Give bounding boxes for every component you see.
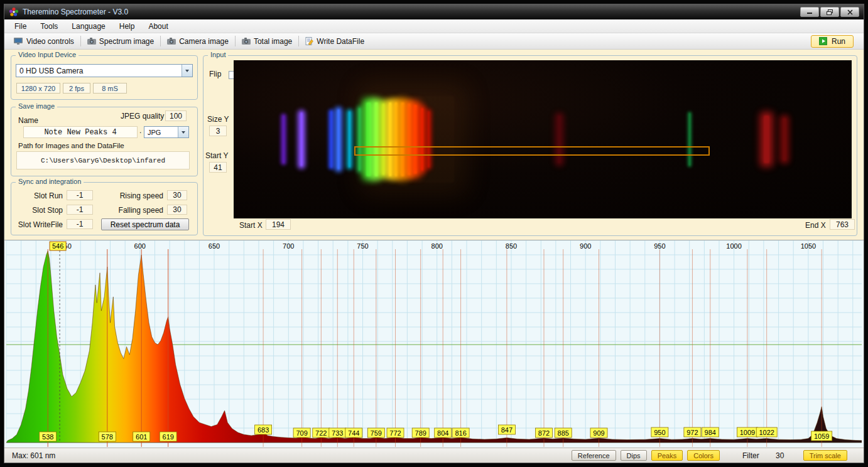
peak-label-text: 885 xyxy=(558,429,569,437)
peak-label-text: 1022 xyxy=(759,429,774,436)
run-button[interactable]: Run xyxy=(811,35,854,48)
chevron-down-icon[interactable] xyxy=(178,127,188,137)
chevron-down-icon[interactable] xyxy=(182,65,192,77)
spectral-band xyxy=(401,102,404,176)
save-image-group-label: Save image xyxy=(16,102,57,110)
spectral-band xyxy=(359,108,361,171)
sync-group-label: Sync and integration xyxy=(16,178,84,185)
dips-button[interactable]: Dips xyxy=(621,450,647,461)
colors-button[interactable]: Colors xyxy=(687,450,720,461)
image-name-field[interactable]: Note New Peaks 4 xyxy=(23,126,138,138)
slot-run-label: Slot Run xyxy=(14,191,63,200)
peak-label-text: 950 xyxy=(654,429,665,436)
peak-label-text: 1009 xyxy=(740,429,755,436)
end-x-field[interactable]: 763 xyxy=(830,219,855,230)
trim-scale-button[interactable]: Trim scale xyxy=(803,450,847,461)
camera-image-label: Camera image xyxy=(179,37,229,46)
total-image-label: Total image xyxy=(254,37,292,46)
slot-writefile-field[interactable]: -1 xyxy=(67,219,93,229)
statusbar-controls: Reference Dips Peaks Colors Filter 30 Tr… xyxy=(567,450,856,461)
format-select[interactable]: JPG xyxy=(144,126,189,138)
format-value: JPG xyxy=(144,127,178,137)
total-image-button[interactable]: Total image xyxy=(237,35,296,48)
menu-help[interactable]: Help xyxy=(112,20,142,33)
path-field[interactable]: C:\Users\GaryG\Desktop\infared xyxy=(16,151,190,169)
slot-run-field[interactable]: -1 xyxy=(67,190,93,200)
peak-label-text: 538 xyxy=(42,433,53,441)
spectral-band xyxy=(421,108,423,171)
menu-about[interactable]: About xyxy=(141,20,175,33)
dot-separator: . xyxy=(139,126,141,135)
slot-writefile-label: Slot WriteFile xyxy=(14,220,63,229)
reference-button[interactable]: Reference xyxy=(572,450,616,461)
peak-label-text: 772 xyxy=(389,429,401,437)
close-button[interactable] xyxy=(840,7,859,17)
spectrum-chart[interactable]: 5506006507007508008509009501000105054653… xyxy=(4,240,864,448)
write-datafile-button[interactable]: Write DataFile xyxy=(301,35,369,48)
falling-speed-label: Falling speed xyxy=(106,206,163,215)
maximize-button[interactable] xyxy=(820,7,839,17)
fps-badge: 2 fps xyxy=(63,83,90,94)
spectrum-chart-svg[interactable]: 5506006507007508008509009501000105054653… xyxy=(6,240,862,448)
save-image-group: Save image JPEG quality 100 Name Note Ne… xyxy=(11,107,198,176)
falling-speed-field[interactable]: 30 xyxy=(167,205,187,215)
axis-tick-label: 1050 xyxy=(801,242,816,250)
input-group: Input Flip Size Y 3 Start Y 41 Start X 1… xyxy=(203,55,857,236)
peak-label-text: 972 xyxy=(686,429,698,436)
jpeg-quality-label: JPEG quality xyxy=(121,112,164,121)
slot-stop-field[interactable]: -1 xyxy=(67,205,93,215)
axis-tick-label: 900 xyxy=(580,242,591,250)
video-device-value: 0 HD USB Camera xyxy=(16,65,182,77)
sampling-region-rect[interactable] xyxy=(354,146,710,156)
spectral-band xyxy=(394,102,398,176)
axis-tick-label: 950 xyxy=(654,242,665,250)
input-group-label: Input xyxy=(208,51,228,58)
size-y-label: Size Y xyxy=(207,115,229,124)
camera-spectrum-view[interactable] xyxy=(234,60,852,218)
spectral-band xyxy=(689,113,690,165)
peak-label-text: 816 xyxy=(455,429,466,437)
video-device-select[interactable]: 0 HD USB Camera xyxy=(16,64,193,77)
start-y-field[interactable]: 41 xyxy=(209,162,227,173)
size-y-field[interactable]: 3 xyxy=(209,126,227,136)
video-input-group: Video Input Device 0 HD USB Camera 1280 … xyxy=(11,55,198,100)
window-title: Theremino Spectrometer - V3.0 xyxy=(23,8,128,16)
toolbar: Video controls Spectrum image Camera ima… xyxy=(4,33,864,50)
filter-label: Filter xyxy=(742,451,759,460)
minimize-button[interactable] xyxy=(800,7,819,17)
app-icon xyxy=(9,7,19,17)
spectral-band xyxy=(337,109,340,169)
menu-language[interactable]: Language xyxy=(65,20,112,33)
axis-tick-label: 800 xyxy=(431,242,443,250)
peak-label-text: 683 xyxy=(258,426,269,434)
start-x-field[interactable]: 194 xyxy=(266,219,291,230)
camera-icon xyxy=(167,38,176,45)
video-controls-label: Video controls xyxy=(26,37,74,46)
axis-tick-label: 750 xyxy=(357,242,368,250)
video-controls-icon xyxy=(14,38,23,45)
peak-label-text: 744 xyxy=(348,429,359,437)
reset-spectrum-button[interactable]: Reset spectrum data xyxy=(101,218,189,230)
write-datafile-label: Write DataFile xyxy=(317,37,364,46)
flip-label: Flip xyxy=(209,70,221,78)
spectral-band xyxy=(349,111,350,168)
statusbar: Max: 601 nm Reference Dips Peaks Colors … xyxy=(4,448,864,463)
spectral-band xyxy=(374,102,378,176)
spectral-band xyxy=(382,104,385,174)
spectral-band xyxy=(408,104,411,174)
menu-tools[interactable]: Tools xyxy=(33,20,65,33)
menu-file[interactable]: File xyxy=(8,20,33,33)
latency-badge: 8 mS xyxy=(93,83,127,94)
peaks-button[interactable]: Peaks xyxy=(651,450,683,461)
rising-speed-field[interactable]: 30 xyxy=(167,190,187,200)
peak-label-text: 804 xyxy=(437,429,448,437)
jpeg-quality-field[interactable]: 100 xyxy=(165,110,187,121)
spectrum-image-button[interactable]: Spectrum image xyxy=(83,35,158,48)
peak-label-text: 578 xyxy=(102,433,113,441)
peak-label-text: 984 xyxy=(705,429,716,436)
camera-image-button[interactable]: Camera image xyxy=(163,35,233,48)
filter-value-field[interactable]: 30 xyxy=(772,451,788,460)
video-controls-button[interactable]: Video controls xyxy=(9,35,79,48)
toolbar-separator xyxy=(298,36,299,46)
peak-label-text: 1059 xyxy=(814,432,829,440)
